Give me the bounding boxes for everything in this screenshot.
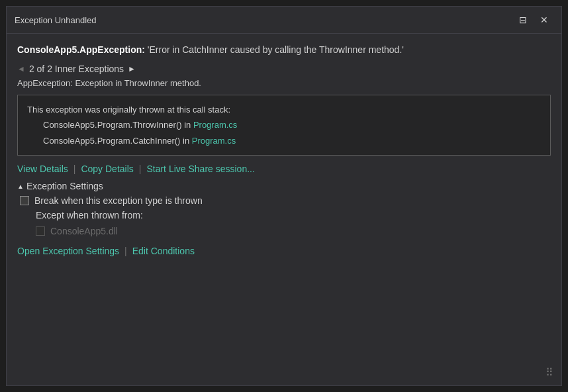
close-button[interactable]: ✕ [535,12,553,28]
title-bar: Exception Unhandled ⊟ ✕ [7,7,561,34]
view-details-link[interactable]: View Details [17,164,68,174]
title-bar-left: Exception Unhandled [15,15,97,25]
except-value-row: ConsoleApp5.dll [36,226,551,236]
inner-exception-text: AppException: Exception in ThrowInner me… [17,78,551,88]
bottom-separator: | [124,246,127,256]
resize-icon: ⠿ [545,366,553,379]
stack-line-2: ConsoleApp5.Program.CatchInner() in Prog… [43,133,541,148]
stack-line-1-prefix: ConsoleApp5.Program.ThrowInner() in [43,120,193,130]
open-exception-settings-link[interactable]: Open Exception Settings [17,246,119,256]
break-exception-label: Break when this exception type is thrown [34,195,203,206]
exception-title: ConsoleApp5.AppException: 'Error in Catc… [17,43,551,57]
except-value-text: ConsoleApp5.dll [50,226,118,236]
call-stack-box: This exception was originally thrown at … [17,95,551,156]
nav-arrow-left[interactable]: ◄ [17,64,25,74]
except-value-checkbox[interactable] [36,226,45,236]
action-links: View Details | Copy Details | Start Live… [17,164,551,174]
pin-button[interactable]: ⊟ [514,12,532,28]
exception-type: ConsoleApp5.AppException: [17,44,145,55]
stack-line-2-prefix: ConsoleApp5.Program.CatchInner() in [43,136,192,146]
stack-line-1-link[interactable]: Program.cs [193,120,237,130]
nav-arrow-right[interactable]: ► [128,64,136,74]
inner-exceptions-nav: ◄ 2 of 2 Inner Exceptions ► [17,64,551,74]
separator-2: | [139,164,142,174]
stack-line-2-link[interactable]: Program.cs [192,136,236,146]
call-stack-header: This exception was originally thrown at … [27,102,541,117]
title-actions: ⊟ ✕ [514,12,553,28]
break-exception-checkbox[interactable] [20,196,29,205]
break-exception-row: Break when this exception type is thrown [20,195,551,206]
separator-1: | [73,164,76,174]
settings-header-label: Exception Settings [26,181,103,191]
live-share-link[interactable]: Start Live Share session... [146,164,254,174]
stack-line-1: ConsoleApp5.Program.ThrowInner() in Prog… [43,117,541,132]
inner-exceptions-label: 2 of 2 Inner Exceptions [29,64,124,74]
dialog-content: ConsoleApp5.AppException: 'Error in Catc… [7,34,561,385]
dialog-title: Exception Unhandled [15,15,97,25]
except-label: Except when thrown from: [36,210,551,220]
exception-message: 'Error in CatchInner caused by calling t… [145,44,404,55]
exception-settings-section: ▲ Exception Settings Break when this exc… [17,181,551,236]
settings-triangle-icon[interactable]: ▲ [17,183,24,190]
exception-dialog: Exception Unhandled ⊟ ✕ ConsoleApp5.AppE… [6,6,562,386]
edit-conditions-link[interactable]: Edit Conditions [132,246,195,256]
settings-header: ▲ Exception Settings [17,181,551,191]
copy-details-link[interactable]: Copy Details [81,164,133,174]
bottom-links: Open Exception Settings | Edit Condition… [17,246,551,256]
